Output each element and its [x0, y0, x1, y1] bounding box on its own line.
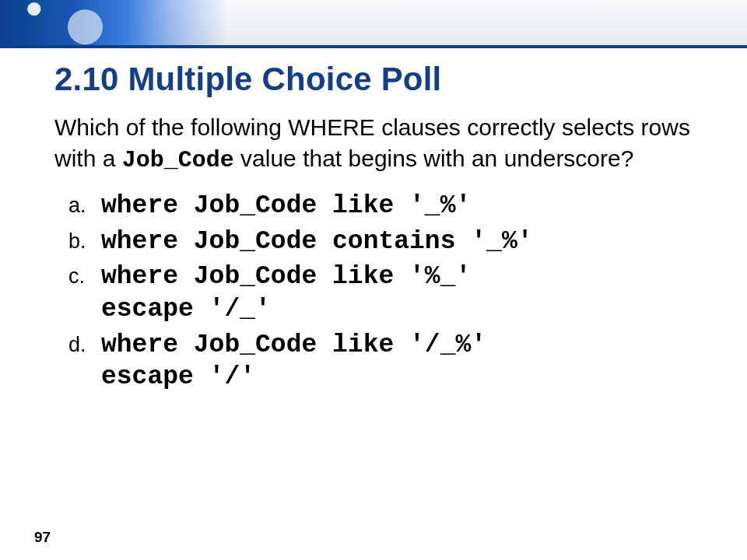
question-code: Job_Code: [122, 147, 234, 173]
option-code: where Job_Code like '/_%' escape '/': [101, 329, 486, 394]
option-code: where Job_Code like '%_' escape '/_': [101, 261, 471, 325]
question-post: value that begins with an underscore?: [234, 145, 634, 171]
header-decoration: [0, 0, 747, 48]
page-number: 97: [34, 529, 51, 546]
question-text: Which of the following WHERE clauses cor…: [54, 112, 693, 176]
option-d: d. where Job_Code like '/_%' escape '/': [68, 329, 693, 394]
option-code: where Job_Code like '_%': [101, 190, 471, 222]
option-a: a. where Job_Code like '_%': [68, 190, 693, 222]
option-code: where Job_Code contains '_%': [101, 226, 533, 258]
option-b: b. where Job_Code contains '_%': [68, 226, 693, 258]
option-letter: a.: [68, 190, 101, 218]
slide: 2.10 Multiple Choice Poll Which of the f…: [0, 0, 747, 560]
option-letter: d.: [68, 329, 101, 357]
option-letter: b.: [68, 226, 101, 254]
slide-title: 2.10 Multiple Choice Poll: [54, 61, 693, 98]
options-list: a. where Job_Code like '_%' b. where Job…: [54, 190, 693, 393]
option-c: c. where Job_Code like '%_' escape '/_': [68, 261, 693, 325]
slide-content: 2.10 Multiple Choice Poll Which of the f…: [54, 54, 693, 521]
option-letter: c.: [68, 261, 101, 289]
